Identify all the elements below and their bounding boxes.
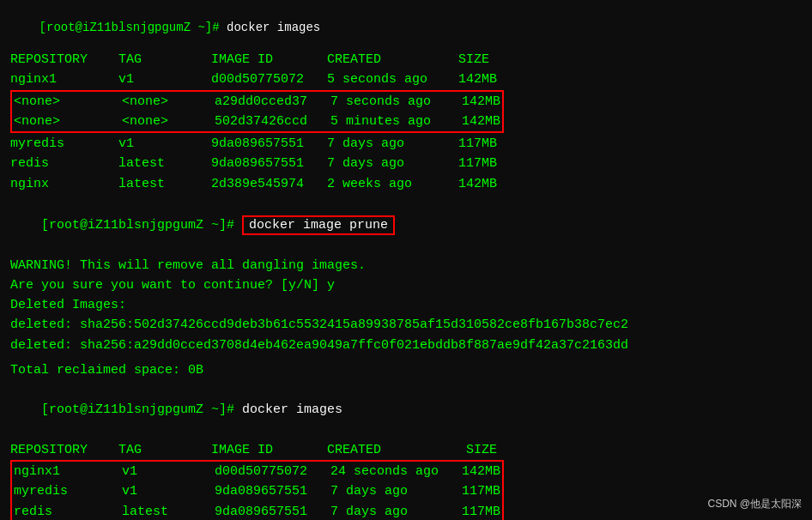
prune-prompt: [root@iZ11blsnjgpgumZ ~]#: [41, 218, 242, 233]
top-prompt: [root@iZ11blsnjgpgumZ ~]#: [39, 21, 227, 34]
prune-cmd: docker image prune: [242, 215, 395, 235]
prune-command-line: [root@iZ11blsnjgpgumZ ~]# docker image p…: [10, 196, 802, 256]
table-row: nginx1 v1 d00d50775072 5 seconds ago 142…: [10, 70, 802, 89]
warning-line2: Are you sure you want to continue? [y/N]…: [10, 275, 802, 295]
second-prompt: [root@iZ11blsnjgpgumZ ~]#: [41, 402, 242, 417]
top-cmd: docker images: [227, 21, 320, 34]
table-row: myredis v1 9da089657551 7 days ago 117MB: [10, 134, 802, 154]
second-cmd: docker images: [242, 402, 342, 417]
table1-header: REPOSITORY TAG IMAGE ID CREATED SIZE: [10, 50, 802, 70]
warning-line1: WARNING! This will remove all dangling i…: [10, 256, 802, 275]
final-row-3: redis latest 9da089657551 7 days ago 117…: [12, 502, 502, 521]
none-row-2: <none> <none> 502d37426ccd 5 minutes ago…: [12, 112, 502, 131]
table2-header: REPOSITORY TAG IMAGE ID CREATED SIZE: [10, 440, 802, 460]
second-command-line: [root@iZ11blsnjgpgumZ ~]# docker images: [10, 380, 802, 440]
final-row-1: nginx1 v1 d00d50775072 24 seconds ago 14…: [12, 462, 502, 481]
deleted-label: Deleted Images:: [10, 295, 802, 315]
reclaimed-line: Total reclaimed space: 0B: [10, 360, 802, 380]
deleted-hash-2: deleted: sha256:a29dd0cced3708d4eb462ea9…: [10, 336, 802, 355]
top-command-line: [root@iZ11blsnjgpgumZ ~]# docker images: [10, 7, 802, 48]
watermark: CSDN @他是太阳深: [707, 497, 802, 511]
final-row-2: myredis v1 9da089657551 7 days ago 117MB: [12, 481, 502, 501]
none-row-1: <none> <none> a29dd0cced37 7 seconds ago…: [12, 92, 502, 112]
terminal-window: [root@iZ11blsnjgpgumZ ~]# docker images …: [10, 7, 802, 520]
table-row: redis latest 9da089657551 7 days ago 117…: [10, 154, 802, 173]
table-row: nginx latest 2d389e545974 2 weeks ago 14…: [10, 174, 802, 194]
deleted-hash-1: deleted: sha256:502d37426ccd9deb3b61c553…: [10, 315, 802, 335]
